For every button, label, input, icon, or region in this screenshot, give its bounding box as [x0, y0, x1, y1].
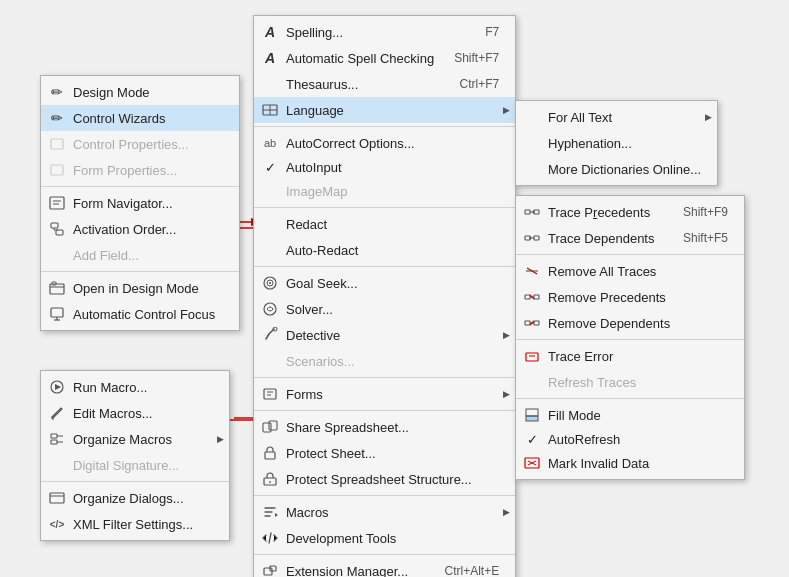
menu-item-detective[interactable]: Detective: [254, 322, 515, 348]
svg-rect-32: [56, 230, 63, 235]
menu-item-spelling[interactable]: A Spelling... F7: [254, 19, 515, 45]
add-field-icon: [47, 245, 67, 265]
svg-rect-43: [534, 236, 539, 240]
menu-item-dev-tools[interactable]: Development Tools: [254, 525, 515, 551]
trace-dependents-shortcut: Shift+F5: [683, 231, 728, 245]
menu-item-solver[interactable]: Solver...: [254, 296, 515, 322]
svg-rect-28: [50, 197, 64, 209]
sep-after-imagemap: [254, 207, 515, 208]
menu-item-edit-macros[interactable]: Edit Macros...: [41, 400, 229, 426]
menu-item-fill-mode[interactable]: Fill Mode: [516, 402, 744, 428]
menu-item-redact[interactable]: Redact: [254, 211, 515, 237]
menu-item-trace-error[interactable]: Trace Error: [516, 343, 744, 369]
menu-item-extension[interactable]: Extension Manager... Ctrl+Alt+E: [254, 558, 515, 577]
menu-item-hyphenation[interactable]: Hyphenation...: [516, 130, 717, 156]
menu-item-mark-invalid[interactable]: Mark Invalid Data: [516, 450, 744, 476]
menu-item-organize-macros[interactable]: Organize Macros: [41, 426, 229, 452]
menu-item-trace-dependents[interactable]: Trace Dependents Shift+F5: [516, 225, 744, 251]
detective-menu[interactable]: Trace Precedents Shift+F9 Trace Dependen…: [515, 195, 745, 480]
svg-rect-13: [265, 452, 275, 459]
svg-point-6: [264, 303, 276, 315]
menu-item-trace-precedents[interactable]: Trace Precedents Shift+F9: [516, 199, 744, 225]
menu-item-auto-redact[interactable]: Auto-Redact: [254, 237, 515, 263]
menu-item-macros[interactable]: Macros: [254, 499, 515, 525]
svg-rect-52: [525, 321, 530, 325]
forms-label: Forms: [286, 387, 499, 402]
menu-item-auto-focus[interactable]: Automatic Control Focus: [41, 301, 239, 327]
xml-filter-label: XML Filter Settings...: [73, 517, 213, 532]
goal-seek-label: Goal Seek...: [286, 276, 499, 291]
thesaurus-icon: [260, 74, 280, 94]
mark-invalid-icon: [522, 453, 542, 473]
menu-item-autocorrect[interactable]: ab AutoCorrect Options...: [254, 130, 515, 156]
sep2: [41, 271, 239, 272]
language-menu[interactable]: For All Text Hyphenation... More Diction…: [515, 100, 718, 186]
svg-marker-16: [275, 513, 278, 517]
language-label: Language: [286, 103, 499, 118]
scenarios-icon: [260, 351, 280, 371]
forms-icon: [260, 384, 280, 404]
menu-item-protect-sheet[interactable]: Protect Sheet...: [254, 440, 515, 466]
menu-item-organize-dialogs[interactable]: Organize Dialogs...: [41, 485, 229, 511]
menu-item-auto-spell[interactable]: A Automatic Spell Checking Shift+F7: [254, 45, 515, 71]
imagemap-icon: [260, 181, 280, 201]
menu-item-language[interactable]: Language: [254, 97, 515, 123]
run-macro-label: Run Macro...: [73, 380, 213, 395]
organize-macros-icon: [47, 429, 67, 449]
menu-item-design-mode[interactable]: ✏ Design Mode: [41, 79, 239, 105]
trace-precedents-label: Trace Precedents: [548, 205, 663, 220]
macros-menu[interactable]: Run Macro... Edit Macros... Organize Mac…: [40, 370, 230, 541]
sep-det1: [516, 254, 744, 255]
menu-item-run-macro[interactable]: Run Macro...: [41, 374, 229, 400]
thesaurus-label: Thesaurus...: [286, 77, 439, 92]
svg-rect-31: [51, 223, 58, 228]
svg-rect-56: [526, 353, 538, 361]
svg-rect-27: [51, 165, 63, 175]
menu-item-autoinput[interactable]: ✓ AutoInput: [254, 156, 515, 178]
auto-spell-icon: A: [260, 48, 280, 68]
menu-item-activation-order[interactable]: Activation Order...: [41, 216, 239, 242]
menu-item-remove-all-traces[interactable]: Remove All Traces: [516, 258, 744, 284]
svg-rect-67: [51, 434, 57, 438]
auto-spell-shortcut: Shift+F7: [454, 51, 499, 65]
menu-item-protect-spreadsheet[interactable]: Protect Spreadsheet Structure...: [254, 466, 515, 492]
hyphenation-icon: [522, 133, 542, 153]
menu-item-remove-dependents[interactable]: Remove Dependents: [516, 310, 744, 336]
menu-item-form-nav[interactable]: Form Navigator...: [41, 190, 239, 216]
design-mode-label: Design Mode: [73, 85, 223, 100]
form-props-icon: [47, 160, 67, 180]
menu-item-share-spreadsheet[interactable]: Share Spreadsheet...: [254, 414, 515, 440]
menu-item-forms[interactable]: Forms: [254, 381, 515, 407]
menu-item-control-props: Control Properties...: [41, 131, 239, 157]
xml-filter-icon: </>: [47, 514, 67, 534]
menu-item-for-all-text[interactable]: For All Text: [516, 104, 717, 130]
control-wizards-label: Control Wizards: [73, 111, 223, 126]
protect-sheet-label: Protect Sheet...: [286, 446, 499, 461]
language-icon: [260, 100, 280, 120]
trace-precedents-icon: [522, 202, 542, 222]
detective-icon: [260, 325, 280, 345]
menu-item-control-wizards[interactable]: ✏ Control Wizards: [41, 105, 239, 131]
extension-shortcut: Ctrl+Alt+E: [444, 564, 499, 577]
fill-mode-icon: [522, 405, 542, 425]
menu-item-autorefresh[interactable]: ✓ AutoRefresh: [516, 428, 744, 450]
sep-after-language: [254, 126, 515, 127]
spelling-shortcut: F7: [485, 25, 499, 39]
menu-item-goal-seek[interactable]: Goal Seek...: [254, 270, 515, 296]
svg-rect-49: [534, 295, 539, 299]
digital-sig-icon: [47, 455, 67, 475]
menu-item-thesaurus[interactable]: Thesaurus... Ctrl+F7: [254, 71, 515, 97]
menu-item-xml-filter[interactable]: </> XML Filter Settings...: [41, 511, 229, 537]
sep1: [41, 186, 239, 187]
sep-mac1: [41, 481, 229, 482]
svg-rect-38: [525, 210, 530, 214]
tools-menu[interactable]: A Spelling... F7 A Automatic Spell Check…: [253, 15, 516, 577]
organize-dialogs-label: Organize Dialogs...: [73, 491, 213, 506]
svg-marker-64: [55, 384, 61, 390]
menu-item-open-design[interactable]: Open in Design Mode: [41, 275, 239, 301]
redact-label: Redact: [286, 217, 499, 232]
menu-item-remove-precedents[interactable]: Remove Precedents: [516, 284, 744, 310]
design-menu[interactable]: ✏ Design Mode ✏ Control Wizards Control …: [40, 75, 240, 331]
auto-redact-icon: [260, 240, 280, 260]
menu-item-more-dicts[interactable]: More Dictionaries Online...: [516, 156, 717, 182]
